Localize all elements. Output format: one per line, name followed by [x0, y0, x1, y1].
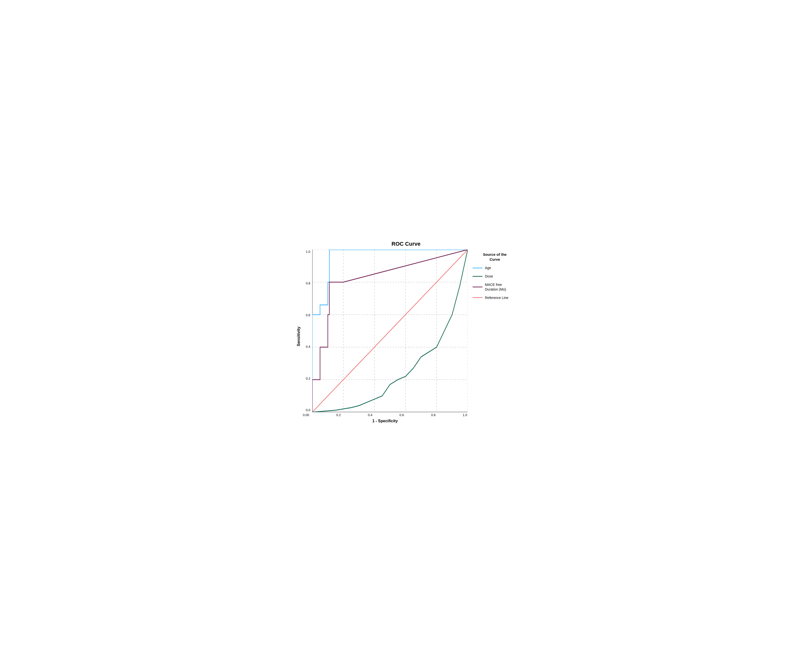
chart-body: Sensitivity 1.0 0.8 0.6 0.4 0.2 0.0 — [295, 250, 517, 423]
legend: Source of theCurve Age Dose MACE freeDur… — [468, 250, 517, 423]
y-tick-6: 0.0 — [306, 408, 310, 412]
x-tick-4: 0.4 — [368, 413, 372, 417]
plot-area-row: 1.0 0.8 0.6 0.4 0.2 0.0 — [303, 250, 468, 412]
legend-line-age — [473, 268, 482, 269]
y-tick-3: 0.6 — [306, 314, 310, 317]
roc-svg — [312, 250, 468, 412]
legend-label-ref: Reference Line — [485, 296, 508, 300]
y-tick-1: 1.0 — [306, 250, 310, 253]
x-tick-8: 0.8 — [431, 413, 436, 417]
legend-label-mace: MACE freeDuration (Mo) — [485, 282, 506, 291]
plot-and-x: 1.0 0.8 0.6 0.4 0.2 0.0 — [303, 250, 468, 423]
chart-container: ROC Curve Sensitivity 1.0 0.8 0.6 0.4 0.… — [295, 241, 517, 423]
legend-item-dose: Dose — [473, 274, 517, 278]
legend-item-ref: Reference Line — [473, 296, 517, 300]
legend-line-dose — [473, 276, 482, 277]
legend-item-age: Age — [473, 266, 517, 270]
legend-line-ref — [473, 297, 482, 298]
legend-title: Source of theCurve — [473, 252, 517, 262]
legend-line-mace — [473, 286, 482, 287]
legend-label-dose: Dose — [485, 274, 493, 278]
y-ticks: 1.0 0.8 0.6 0.4 0.2 0.0 — [303, 250, 312, 412]
x-tick-2: 0.2 — [336, 413, 341, 417]
y-tick-5: 0.2 — [306, 377, 310, 380]
x-axis-label: 1 - Specificity — [303, 419, 468, 423]
x-ticks: 0.00 0.2 0.4 0.6 0.8 1.0 — [303, 413, 468, 417]
y-axis-label-container: Sensitivity — [295, 250, 303, 423]
chart-title: ROC Curve — [391, 241, 420, 247]
x-tick-6: 0.6 — [400, 413, 404, 417]
svg-container — [312, 250, 468, 412]
legend-label-age: Age — [485, 266, 491, 270]
y-tick-2: 0.8 — [306, 282, 310, 285]
x-tick-0: 0.00 — [303, 413, 309, 417]
y-axis-label: Sensitivity — [296, 327, 301, 346]
legend-item-mace: MACE freeDuration (Mo) — [473, 282, 517, 291]
x-tick-10: 1.0 — [463, 413, 467, 417]
y-tick-4: 0.4 — [306, 345, 310, 348]
